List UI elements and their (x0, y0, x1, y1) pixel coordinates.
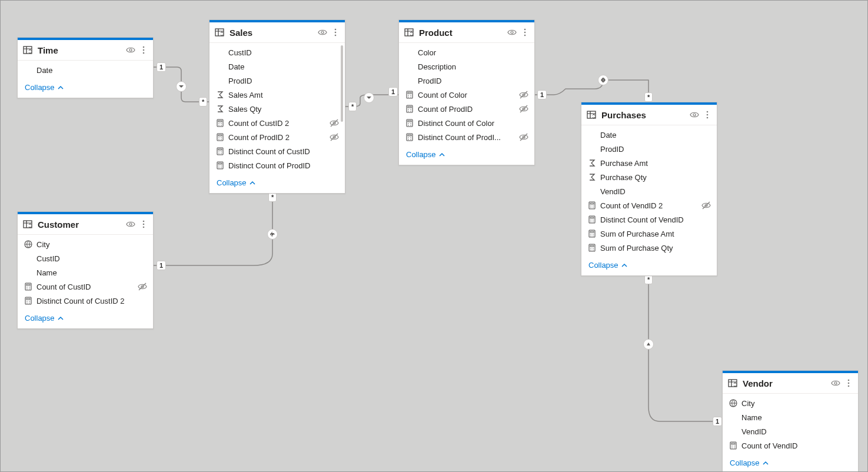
field-row[interactable]: Name (723, 410, 858, 424)
table-customer[interactable]: CustomerCityCustIDNameCount of CustIDDis… (17, 211, 154, 329)
svg-point-6 (321, 31, 324, 34)
scrollbar[interactable] (341, 45, 343, 122)
calculator-icon (587, 229, 597, 238)
table-header[interactable]: Sales (209, 22, 345, 43)
field-label: Count of VendID 2 (600, 201, 698, 210)
field-row[interactable]: Distinct Count of CustID 2 (18, 294, 153, 308)
field-row[interactable]: Date (581, 128, 717, 142)
svg-rect-119 (26, 298, 30, 300)
field-row[interactable]: VendID (723, 424, 858, 438)
more-options-icon[interactable] (139, 220, 148, 229)
svg-point-30 (218, 153, 219, 154)
collapse-button[interactable]: Collapse (209, 175, 345, 193)
visibility-icon[interactable] (126, 45, 135, 55)
field-row[interactable]: Sales Qty (209, 102, 345, 116)
field-label: Count of CustID 2 (228, 119, 326, 128)
field-row[interactable]: Purchase Amt (581, 156, 717, 170)
calculator-icon (405, 132, 414, 142)
calculator-icon (215, 132, 225, 142)
field-row[interactable]: ProdID (209, 74, 345, 88)
svg-point-89 (593, 220, 593, 220)
svg-point-35 (221, 165, 221, 166)
field-row[interactable]: Distinct Count of ProdID (209, 158, 345, 172)
field-row[interactable]: Distinct Count of VendID (581, 212, 717, 227)
field-row[interactable]: Sum of Purchase Qty (581, 241, 717, 255)
field-row[interactable]: Count of ProdID (399, 102, 534, 116)
svg-point-105 (129, 223, 132, 225)
field-row[interactable]: Distinct Count of Color (399, 116, 534, 130)
field-label: City (36, 240, 147, 249)
svg-point-9 (335, 35, 337, 36)
collapse-button[interactable]: Collapse (399, 147, 534, 165)
svg-point-45 (408, 95, 408, 95)
collapse-button[interactable]: Collapse (18, 310, 153, 328)
calculator-icon (215, 161, 225, 170)
field-row[interactable]: City (18, 237, 153, 251)
field-row[interactable]: Distinct Count of ProdI... (399, 130, 534, 144)
field-row[interactable]: Count of VendID (723, 438, 858, 453)
field-row[interactable]: Purchase Qty (581, 170, 717, 184)
field-row[interactable]: CustID (209, 45, 345, 59)
field-label: Name (741, 413, 852, 422)
calculator-icon (24, 282, 33, 291)
svg-point-8 (335, 32, 337, 34)
visibility-icon[interactable] (126, 220, 135, 229)
calculator-icon (24, 296, 33, 305)
table-header[interactable]: Purchases (581, 105, 717, 125)
field-row[interactable]: Date (209, 59, 345, 74)
svg-point-121 (29, 301, 29, 301)
more-options-icon[interactable] (844, 378, 853, 388)
field-row[interactable]: Color (399, 45, 534, 59)
field-row[interactable]: Distinct Count of CustID (209, 144, 345, 158)
table-header[interactable]: Product (399, 22, 534, 43)
collapse-button[interactable]: Collapse (581, 257, 717, 275)
visibility-icon[interactable] (831, 378, 840, 388)
visibility-icon[interactable] (507, 28, 517, 37)
field-row[interactable]: Sales Amt (209, 88, 345, 102)
collapse-button[interactable]: Collapse (18, 79, 153, 98)
field-label: Count of ProdID (418, 105, 516, 114)
hidden-icon (701, 201, 711, 210)
sigma-icon (587, 172, 597, 182)
table-header[interactable]: Customer (18, 214, 153, 235)
field-row[interactable]: Date (18, 63, 153, 77)
visibility-icon[interactable] (318, 28, 327, 37)
table-header[interactable]: Vendor (723, 373, 858, 394)
field-row[interactable]: Count of ProdID 2 (209, 130, 345, 144)
field-row[interactable]: Count of CustID 2 (209, 116, 345, 130)
field-label: ProdID (600, 145, 711, 154)
visibility-icon[interactable] (690, 110, 699, 119)
table-time[interactable]: TimeDateCollapse (17, 37, 154, 98)
field-label: CustID (36, 254, 147, 263)
field-label: Description (418, 62, 528, 71)
more-options-icon[interactable] (139, 45, 148, 55)
more-options-icon[interactable] (703, 110, 712, 119)
field-row[interactable]: City (723, 396, 858, 410)
chevron-up-icon (57, 315, 64, 322)
hidden-icon (519, 132, 528, 142)
field-row[interactable]: Name (18, 265, 153, 280)
collapse-button[interactable]: Collapse (723, 455, 858, 472)
table-title: Sales (230, 28, 314, 38)
field-row[interactable]: Sum of Purchase Amt (581, 227, 717, 241)
table-purchases[interactable]: PurchasesDateProdIDPurchase AmtPurchase … (581, 102, 717, 276)
field-row[interactable]: CustID (18, 251, 153, 265)
svg-point-41 (524, 32, 526, 34)
table-header[interactable]: Time (18, 40, 153, 61)
field-row[interactable]: VendID (581, 184, 717, 198)
svg-point-114 (26, 288, 27, 289)
field-row[interactable]: Description (399, 59, 534, 74)
table-sales[interactable]: SalesCustIDDateProdIDSales AmtSales QtyC… (209, 19, 345, 194)
field-row[interactable]: ProdID (399, 74, 534, 88)
field-row[interactable]: Count of VendID 2 (581, 198, 717, 212)
field-row[interactable]: ProdID (581, 142, 717, 156)
field-label: Sum of Purchase Qty (600, 244, 711, 252)
svg-point-94 (590, 234, 591, 234)
table-vendor[interactable]: VendorCityNameVendIDCount of VendIDColla… (722, 370, 859, 472)
more-options-icon[interactable] (331, 28, 340, 37)
svg-point-108 (143, 227, 145, 228)
table-product[interactable]: ProductColorDescriptionProdIDCount of Co… (398, 19, 535, 165)
field-row[interactable]: Count of CustID (18, 280, 153, 294)
more-options-icon[interactable] (520, 28, 530, 37)
field-row[interactable]: Count of Color (399, 88, 534, 102)
